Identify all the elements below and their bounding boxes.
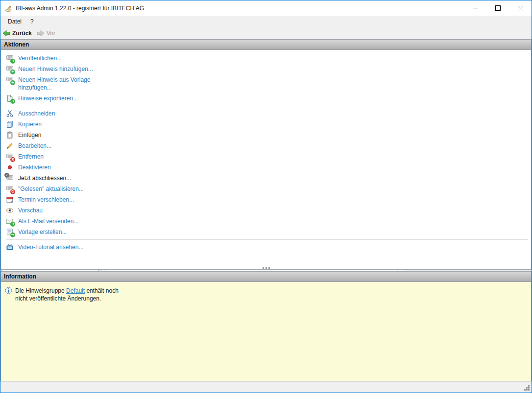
window-title: IBI-aws Admin 1.22.0 - registriert für I… xyxy=(16,5,144,12)
paste-icon xyxy=(6,131,14,139)
action-gelesen-aktualisieren[interactable]: ↻ "Gelesen" aktualisieren... xyxy=(6,184,529,194)
eye-icon xyxy=(6,207,14,214)
mail-send-icon: → xyxy=(6,217,14,225)
calendar-icon xyxy=(6,196,14,204)
action-jetzt-abschliessen[interactable]: ✓ Jetzt abschliessen... xyxy=(6,173,529,184)
action-bearbeiten[interactable]: Bearbeiten... xyxy=(6,140,529,151)
finish-note-icon: ✓ xyxy=(6,174,14,182)
information-body: Die Hinweisgruppe Default enthält noch n… xyxy=(1,282,531,302)
publish-icon: → xyxy=(6,54,14,62)
back-label: Zurück xyxy=(12,30,32,37)
action-vorschau[interactable]: Vorschau xyxy=(6,205,529,216)
title-bar: IBI-aws Admin 1.22.0 - registriert für I… xyxy=(0,0,532,16)
close-button[interactable] xyxy=(509,0,532,16)
minimize-button[interactable] xyxy=(464,0,486,16)
action-einfuegen[interactable]: Einfügen xyxy=(6,130,529,140)
create-template-icon: → xyxy=(6,228,14,236)
information-header: Information xyxy=(1,272,531,282)
action-deaktivieren[interactable]: Deaktivieren xyxy=(6,162,529,173)
action-neuen-hinweis-hinzufuegen[interactable]: + Neuen Hinweis hinzufügen... xyxy=(6,64,529,74)
action-hinweise-exportieren[interactable]: → Hinweise exportieren... xyxy=(6,93,529,104)
add-note-icon: + xyxy=(6,65,14,73)
forward-arrow-icon xyxy=(37,30,45,37)
actions-header: Aktionen xyxy=(1,40,531,50)
action-video-tutorial[interactable]: Video-Tutorial ansehen... xyxy=(6,242,529,253)
actions-panel: Aktionen → Veröffentlichen... + Neuen Hi… xyxy=(0,39,532,270)
actions-separator xyxy=(6,106,528,106)
pencil-icon xyxy=(6,142,14,150)
action-als-email-versenden[interactable]: → Als E-Mail versenden... xyxy=(6,216,529,227)
action-ausschneiden[interactable]: Ausschneiden xyxy=(6,108,529,119)
action-kopieren[interactable]: Kopieren xyxy=(6,119,529,130)
back-arrow-icon xyxy=(2,30,10,37)
menu-help[interactable]: ? xyxy=(26,17,38,26)
forward-button[interactable]: Vor xyxy=(37,30,55,37)
action-vorlage-erstellen[interactable]: → Vorlage erstellen... xyxy=(6,227,529,237)
information-text: Die Hinweisgruppe Default enthält noch n… xyxy=(15,287,121,302)
forward-label: Vor xyxy=(47,30,55,37)
add-note-template-icon: + xyxy=(6,76,14,84)
panel-splitter-grip[interactable] xyxy=(1,267,531,269)
tv-icon xyxy=(6,243,14,251)
action-neuen-hinweis-aus-vorlage[interactable]: + Neuen Hinweis aus Vorlage hinzufügen..… xyxy=(6,74,529,93)
deactivate-icon xyxy=(6,163,14,171)
info-icon xyxy=(5,287,12,302)
menu-datei[interactable]: Datei xyxy=(3,17,26,26)
status-bar xyxy=(0,381,532,393)
app-icon xyxy=(4,4,12,12)
app-window: IBI-aws Admin 1.22.0 - registriert für I… xyxy=(0,0,532,393)
actions-list: → Veröffentlichen... + Neuen Hinweis hin… xyxy=(1,50,531,253)
refresh-read-icon: ↻ xyxy=(6,185,14,193)
actions-separator xyxy=(6,239,528,240)
nav-toolbar: Zurück Vor xyxy=(0,27,532,39)
action-termin-verschieben[interactable]: Termin verschieben... xyxy=(6,194,529,205)
scissors-icon xyxy=(6,110,14,117)
back-button[interactable]: Zurück xyxy=(2,30,32,37)
default-group-link[interactable]: Default xyxy=(66,287,85,294)
export-icon: → xyxy=(6,94,14,102)
action-entfernen[interactable]: x Entfernen xyxy=(6,151,529,162)
information-panel: Information Die Hinweisgruppe Default en… xyxy=(0,271,532,381)
menu-bar: Datei ? xyxy=(0,16,532,27)
resize-grip[interactable] xyxy=(524,385,530,391)
maximize-button[interactable] xyxy=(486,0,509,16)
remove-note-icon: x xyxy=(6,153,14,161)
copy-icon xyxy=(6,120,14,128)
action-veroeffentlichen[interactable]: → Veröffentlichen... xyxy=(6,53,529,64)
